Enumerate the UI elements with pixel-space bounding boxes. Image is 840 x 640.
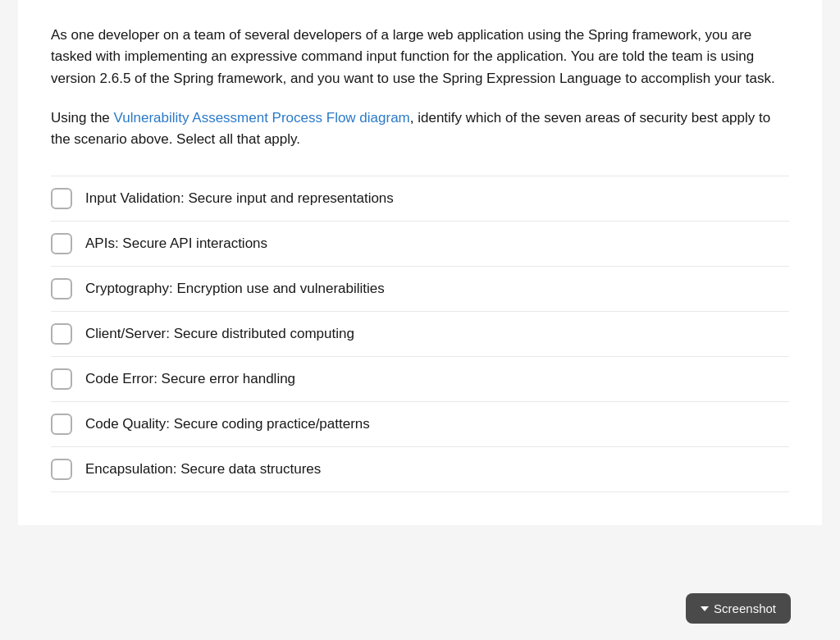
checkbox-3[interactable] (51, 278, 72, 299)
checkbox-6[interactable] (51, 414, 72, 435)
checkbox-5[interactable] (51, 368, 72, 390)
option-label-3: Cryptography: Encryption use and vulnera… (85, 279, 385, 299)
option-item-3[interactable]: Cryptography: Encryption use and vulnera… (51, 266, 789, 311)
vulnerability-assessment-link[interactable]: Vulnerability Assessment Process Flow di… (114, 110, 410, 126)
option-label-5: Code Error: Secure error handling (85, 369, 295, 389)
main-container: As one developer on a team of several de… (18, 0, 822, 525)
question-paragraph: Using the Vulnerability Assessment Proce… (51, 107, 789, 151)
option-item-2[interactable]: APIs: Secure API interactions (51, 221, 789, 266)
options-list: Input Validation: Secure input and repre… (51, 176, 789, 492)
option-item-4[interactable]: Client/Server: Secure distributed comput… (51, 311, 789, 356)
option-item-1[interactable]: Input Validation: Secure input and repre… (51, 176, 789, 221)
option-label-6: Code Quality: Secure coding practice/pat… (85, 414, 370, 434)
option-item-5[interactable]: Code Error: Secure error handling (51, 356, 789, 401)
option-item-7[interactable]: Encapsulation: Secure data structures (51, 446, 789, 492)
option-label-7: Encapsulation: Secure data structures (85, 459, 321, 479)
checkbox-2[interactable] (51, 233, 72, 254)
question-text-before: Using the (51, 110, 114, 126)
option-item-6[interactable]: Code Quality: Secure coding practice/pat… (51, 401, 789, 446)
scenario-paragraph-1: As one developer on a team of several de… (51, 25, 789, 89)
option-label-4: Client/Server: Secure distributed comput… (85, 324, 354, 344)
option-label-1: Input Validation: Secure input and repre… (85, 189, 394, 208)
screenshot-button[interactable]: Screenshot (686, 593, 791, 624)
checkbox-7[interactable] (51, 459, 72, 480)
option-label-2: APIs: Secure API interactions (85, 234, 267, 254)
checkbox-1[interactable] (51, 188, 72, 209)
checkbox-4[interactable] (51, 323, 72, 345)
